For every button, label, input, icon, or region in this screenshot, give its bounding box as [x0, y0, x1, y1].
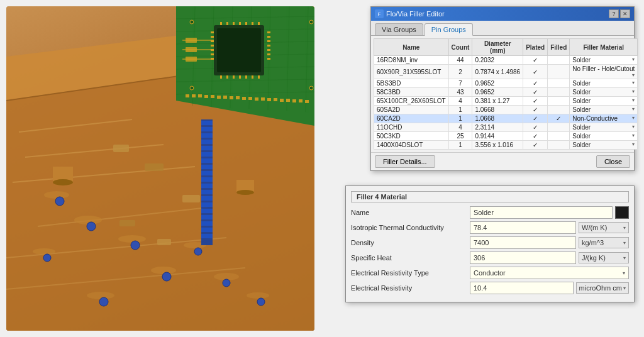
filler-table-container: Name Count Diameter(mm) Plated Filled Fi… [371, 36, 634, 152]
dropdown-resistivity-type[interactable]: ▾ [623, 270, 625, 276]
tab-via-groups[interactable]: Via Groups [375, 23, 423, 35]
cell-material: Solder ▾ [570, 106, 638, 114]
svg-rect-47 [201, 202, 213, 207]
cell-plated: ✓ [523, 123, 548, 132]
svg-rect-55 [182, 195, 200, 202]
cell-material: No Filler - Hole/Cutout ▾ [570, 65, 638, 79]
close-button[interactable]: ✕ [620, 9, 630, 18]
cell-diameter: 1.0668 [472, 106, 523, 114]
pcb-3d-view [6, 6, 314, 331]
svg-rect-102 [258, 75, 260, 79]
svg-point-23 [194, 248, 202, 255]
label-resistivity-type: Electrical Resistivity Type [351, 269, 467, 277]
label-thermal: Isotropic Thermal Conductivity [351, 224, 467, 231]
cell-count: 1 [448, 141, 472, 150]
cell-filled [548, 132, 570, 141]
unit-density[interactable]: kg/m^3 ▾ [579, 237, 629, 248]
tab-bar: Via Groups Pin Groups [371, 21, 634, 36]
value-density[interactable]: 7400 [470, 236, 576, 249]
table-row[interactable]: 5BS3BD 7 0.9652 ✓ Solder ▾ [374, 79, 638, 88]
value-resistivity[interactable]: 10.4 [470, 282, 574, 294]
dialog-title: Flo/Via Filler Editor [386, 10, 445, 18]
svg-rect-52 [201, 234, 213, 238]
table-row[interactable]: 11OCHD 4 2.3114 ✓ Solder ▾ [374, 123, 638, 132]
dropdown-resistivity[interactable]: ▾ [623, 285, 626, 291]
dialog-controls[interactable]: ? ✕ [609, 9, 630, 18]
table-row[interactable]: 60X90R_31X595SLOT 2 0.7874 x 1.4986 ✓ No… [374, 65, 638, 79]
cell-plated: ✓ [523, 88, 548, 97]
close-dialog-button[interactable]: Close [596, 155, 630, 168]
col-header-filled: Filled [548, 39, 570, 56]
dropdown-specific-heat[interactable]: ▾ [623, 255, 626, 261]
help-button[interactable]: ? [609, 9, 619, 18]
svg-point-9 [44, 191, 69, 199]
cell-name: 16RD8NM_inv [374, 56, 449, 65]
color-swatch-name[interactable] [615, 206, 629, 219]
dialog-footer: Filler Details... Close [371, 152, 634, 170]
svg-rect-78 [211, 45, 214, 47]
property-row-name: Name Solder [351, 206, 629, 219]
svg-point-12 [118, 235, 146, 243]
value-thermal[interactable]: 78.4 [470, 221, 576, 234]
filler-table: Name Count Diameter(mm) Plated Filled Fi… [374, 38, 638, 150]
value-specific-heat[interactable]: 306 [470, 251, 576, 264]
dropdown-density[interactable]: ▾ [623, 240, 626, 246]
cell-count: 1 [448, 114, 472, 123]
table-row[interactable]: 1400X04DSLOT 1 3.556 x 1.016 ✓ Solder ▾ [374, 141, 638, 150]
svg-rect-49 [201, 215, 213, 219]
cell-plated: ✓ [523, 65, 548, 79]
value-resistivity-type[interactable]: Conductor ▾ [470, 267, 629, 279]
col-header-material: Filler Material [570, 39, 638, 56]
table-row[interactable]: 50C3KD 25 0.9144 ✓ Solder ▾ [374, 132, 638, 141]
table-row[interactable]: 58C3BD 43 0.9652 ✓ Solder ▾ [374, 88, 638, 97]
svg-rect-125 [261, 97, 265, 101]
svg-point-19 [87, 222, 96, 231]
svg-rect-99 [239, 75, 241, 79]
value-name[interactable]: Solder [470, 206, 613, 219]
cell-filled: ✓ [548, 114, 570, 123]
table-row[interactable]: 16RD8NM_inv 44 0.2032 ✓ Solder ▾ [374, 56, 638, 65]
cell-filled [548, 56, 570, 65]
svg-rect-38 [201, 146, 213, 150]
svg-rect-45 [201, 190, 213, 194]
svg-rect-124 [255, 97, 258, 101]
dropdown-thermal[interactable]: ▾ [623, 225, 626, 231]
svg-rect-50 [201, 221, 213, 226]
cell-count: 4 [448, 97, 472, 106]
cell-material: Solder ▾ [570, 123, 638, 132]
cell-plated: ✓ [523, 141, 548, 150]
svg-point-107 [190, 86, 194, 90]
cell-plated: ✓ [523, 79, 548, 88]
table-row[interactable]: 65X100CR_26X60SLOT 4 0.381 x 1.27 ✓ Sold… [374, 97, 638, 106]
svg-point-16 [87, 292, 114, 299]
label-resistivity: Electrical Resistivity [351, 284, 467, 292]
svg-point-21 [131, 241, 140, 250]
cell-filled [548, 65, 570, 79]
tab-pin-groups[interactable]: Pin Groups [425, 23, 473, 36]
cell-plated: ✓ [523, 56, 548, 65]
cell-filled [548, 97, 570, 106]
svg-rect-96 [220, 75, 222, 79]
svg-rect-92 [239, 22, 241, 25]
svg-rect-35 [201, 127, 213, 131]
table-row[interactable]: 60SA2D 1 1.0668 ✓ Solder ▾ [374, 106, 638, 114]
dialog-app-icon: F [375, 9, 384, 18]
col-header-plated: Plated [523, 39, 548, 56]
svg-rect-89 [220, 22, 222, 25]
col-header-count: Count [448, 39, 472, 56]
table-row[interactable]: 60CA2D 1 1.0668 ✓ ✓ Non-Conductive ▾ [374, 114, 638, 123]
svg-point-106 [190, 20, 194, 24]
cell-count: 43 [448, 88, 472, 97]
svg-point-24 [99, 297, 108, 306]
svg-rect-127 [274, 98, 277, 101]
filler-details-button[interactable]: Filler Details... [375, 155, 435, 168]
cell-name: 60SA2D [374, 106, 449, 114]
svg-rect-122 [242, 97, 246, 100]
unit-resistivity[interactable]: microOhm cm ▾ [576, 282, 629, 294]
svg-point-32 [236, 190, 254, 195]
svg-rect-93 [245, 22, 247, 25]
unit-specific-heat[interactable]: J/(kg K) ▾ [579, 252, 629, 263]
svg-rect-74 [217, 28, 261, 72]
svg-rect-40 [201, 158, 213, 163]
unit-thermal[interactable]: W/(m K) ▾ [579, 222, 629, 233]
